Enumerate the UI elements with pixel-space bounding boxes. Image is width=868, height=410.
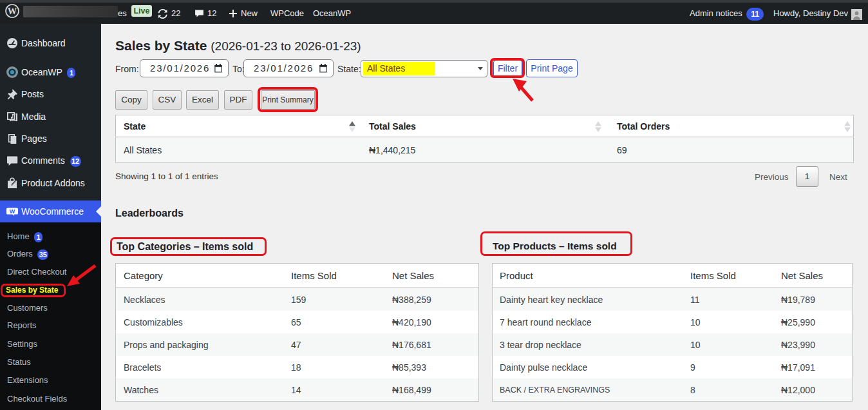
svg-text:W: W — [8, 6, 17, 16]
svg-text:W: W — [10, 208, 15, 215]
